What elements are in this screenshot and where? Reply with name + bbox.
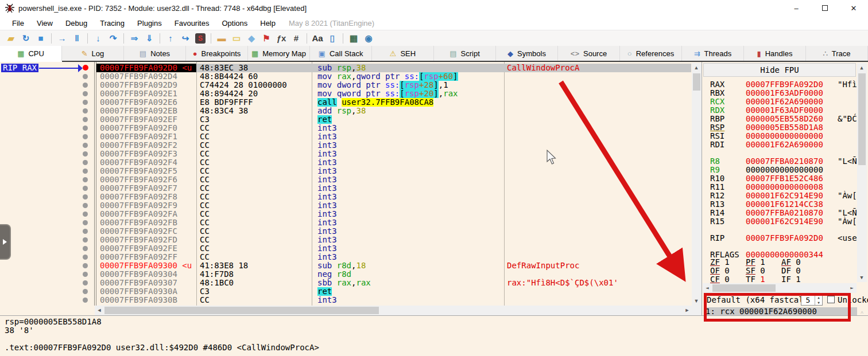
instruction-dot[interactable]	[83, 272, 88, 277]
instruction-dot[interactable]	[83, 194, 88, 199]
step-out-icon[interactable]: ⇓	[142, 32, 156, 45]
comment-cell[interactable]	[504, 150, 691, 158]
address-cell[interactable]: 00007FFB9FA092F3	[96, 150, 196, 158]
registers-vertical-scrollbar[interactable]: ▲ ▼	[857, 63, 867, 282]
disasm-row[interactable]: 00007FFB9FA092F6CCint3	[0, 175, 691, 184]
tab-seh[interactable]: ⚠SEH	[372, 46, 434, 61]
instruction-cell[interactable]: int3	[312, 175, 504, 184]
address-cell[interactable]: 00007FFB9FA092F2	[96, 141, 196, 150]
comment-cell[interactable]	[504, 236, 691, 244]
menu-tracing[interactable]: Tracing	[94, 19, 131, 28]
address-cell[interactable]: 00007FFB9FA092D4	[96, 72, 196, 81]
register-row-r13[interactable]: R13000001F61214CC38	[710, 200, 823, 209]
bytes-cell[interactable]: CC	[196, 124, 312, 132]
address-cell[interactable]: 00007FFB9FA092F8	[96, 193, 196, 201]
address-cell[interactable]: 00007FFB9FA092F7	[96, 184, 196, 193]
address-cell[interactable]: 00007FFB9FA092EF	[96, 115, 196, 124]
disasm-row[interactable]: 00007FFB9FA092D448:8B4424 60mov rax,qwor…	[0, 72, 691, 81]
comment-cell[interactable]	[504, 244, 691, 253]
disasm-row[interactable]: 00007FFB9FA092E148:894424 20mov qword pt…	[0, 89, 691, 98]
breakpoint-gutter[interactable]	[0, 124, 96, 132]
comment-cell[interactable]	[504, 175, 691, 184]
instruction-dot[interactable]	[83, 91, 88, 96]
register-row-rcx[interactable]: RCX000001F62A690000	[710, 97, 823, 106]
flags-row[interactable]: OF 0SF 0DF 0	[710, 267, 817, 275]
calculator-icon[interactable]: ▦	[347, 32, 361, 45]
disasm-row[interactable]: 00007FFB9FA092EFC3ret	[0, 115, 691, 124]
scroll-right-icon[interactable]: ►	[683, 306, 692, 315]
register-row-rdi[interactable]: RDI000001F62A690000	[710, 140, 823, 149]
menu-debug[interactable]: Debug	[59, 19, 94, 28]
address-cell[interactable]: 00007FFB9FA092F5	[96, 167, 196, 175]
address-cell[interactable]: 00007FFB9FA092F6	[96, 175, 196, 184]
disasm-row[interactable]: 00007FFB9FA092F7CCint3	[0, 184, 691, 193]
bytes-cell[interactable]: 41:F7D8	[196, 270, 312, 279]
execute-till-return-icon[interactable]: ↑	[164, 32, 177, 45]
breakpoint-gutter[interactable]	[0, 150, 96, 158]
instruction-cell[interactable]: int3	[312, 253, 504, 261]
argument-count-spinner[interactable]: 5 ▲▼	[801, 294, 823, 306]
register-row-r14[interactable]: R1400007FFBA0210870"L<Ñ	[710, 209, 823, 217]
comment-cell[interactable]: rax:"Hfì8H<D$`ÇD$(\x01'	[504, 279, 691, 287]
bytes-cell[interactable]: CC	[196, 167, 312, 175]
bytes-cell[interactable]: 48:83EC 38	[196, 64, 312, 72]
instruction-dot[interactable]	[83, 186, 88, 191]
tab-source[interactable]: <>Source	[558, 46, 620, 61]
address-cell[interactable]: 00007FFB9FA0930A	[96, 287, 196, 296]
close-button[interactable]: ✕	[839, 0, 868, 16]
breakpoint-dot[interactable]	[83, 65, 88, 71]
breakpoint-gutter[interactable]	[0, 201, 96, 210]
disasm-vertical-scrollbar[interactable]: ▲ ▼	[692, 63, 702, 306]
instruction-cell[interactable]: int3	[312, 158, 504, 167]
instruction-cell[interactable]: int3	[312, 184, 504, 193]
bytes-cell[interactable]: CC	[196, 132, 312, 141]
disasm-row[interactable]: 00007FFB9FA092FFCCint3	[0, 253, 691, 261]
disassembly-view[interactable]: 00007FFB9FA092D0 <u48:83EC 38sub rsp,38C…	[0, 62, 702, 315]
address-cell[interactable]: 00007FFB9FA09304	[96, 270, 196, 279]
breakpoint-gutter[interactable]	[0, 107, 96, 115]
address-cell[interactable]: 00007FFB9FA09307	[96, 279, 196, 287]
register-row-r8[interactable]: R800007FFBA0210870"L<Ñ	[710, 157, 823, 166]
breakpoint-gutter[interactable]	[0, 279, 96, 287]
notepad-icon[interactable]: ▯	[326, 32, 339, 45]
scroll-left-icon[interactable]: ◄	[703, 283, 712, 292]
address-cell[interactable]: 00007FFB9FA092E6	[96, 98, 196, 107]
breakpoint-gutter[interactable]	[0, 132, 96, 141]
argument-row[interactable]: 1: rcx 000001F62A690000	[706, 307, 857, 316]
bytes-cell[interactable]: CC	[196, 210, 312, 218]
instruction-dot[interactable]	[83, 246, 88, 251]
calling-convention-select[interactable]: Default (x64 fastcall)	[707, 295, 813, 304]
tab-references[interactable]: ○References	[620, 46, 682, 61]
breakpoint-gutter[interactable]	[0, 244, 96, 253]
instruction-dot[interactable]	[83, 134, 88, 139]
scroll-up-icon[interactable]: ▲	[857, 63, 866, 72]
trace-into-icon[interactable]: ⇒	[127, 32, 141, 45]
breakpoint-gutter[interactable]	[0, 72, 96, 81]
instruction-dot[interactable]	[83, 108, 88, 114]
font-icon[interactable]: Aa	[311, 32, 324, 45]
breakpoint-gutter[interactable]	[0, 253, 96, 261]
comment-cell[interactable]	[504, 141, 691, 150]
step-into-icon[interactable]: ↓	[91, 32, 105, 45]
comment-cell[interactable]	[504, 253, 691, 261]
bytes-cell[interactable]: CC	[196, 218, 312, 227]
instruction-dot[interactable]	[83, 289, 88, 294]
comment-cell[interactable]: CallWindowProcA	[504, 64, 691, 72]
disasm-row[interactable]: 00007FFB9FA092FCCCint3	[0, 227, 691, 236]
restart-icon[interactable]: ↻	[19, 32, 33, 45]
bytes-cell[interactable]: 48:894424 20	[196, 89, 312, 98]
instruction-cell[interactable]: sbb rax,rax	[312, 279, 504, 287]
breakpoint-gutter[interactable]	[0, 270, 96, 279]
address-cell[interactable]: 00007FFB9FA092D0 <u	[96, 64, 196, 72]
breakpoint-gutter[interactable]	[0, 98, 96, 107]
open-file-icon[interactable]: ▰	[4, 32, 18, 45]
comment-cell[interactable]	[504, 296, 691, 304]
breakpoint-gutter[interactable]	[0, 296, 96, 304]
comment-cell[interactable]	[504, 89, 691, 98]
spinner-down-icon[interactable]: ▼	[815, 300, 822, 305]
disasm-row[interactable]: 00007FFB9FA092FBCCint3	[0, 218, 691, 227]
instruction-dot[interactable]	[83, 229, 88, 234]
comment-cell[interactable]	[504, 158, 691, 167]
address-cell[interactable]: 00007FFB9FA092D9	[96, 81, 196, 89]
register-row-r11[interactable]: R110000000000000008	[710, 183, 823, 191]
